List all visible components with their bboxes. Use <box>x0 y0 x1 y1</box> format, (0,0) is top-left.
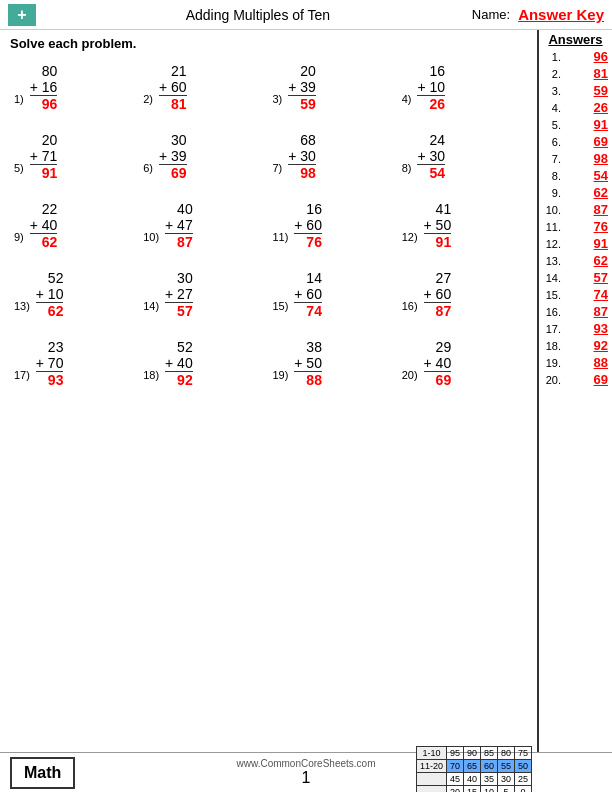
answer-list: 1. 96 2. 81 3. 59 4. 26 5. 91 6. 69 7. 9… <box>543 49 608 387</box>
score-value: 35 <box>480 773 497 786</box>
problem-numbers: 41 + 50 91 <box>424 201 452 250</box>
score-value: 75 <box>514 747 531 760</box>
answer-value: 91 <box>563 236 608 251</box>
problem-number: 7) <box>273 162 283 174</box>
problem-number: 9) <box>14 231 24 243</box>
answer-number: 1. <box>543 51 561 63</box>
addend2: + 71 <box>30 148 58 164</box>
answer-sidebar: Answers 1. 96 2. 81 3. 59 4. 26 5. 91 6.… <box>537 30 612 752</box>
problem-cell-2: 2) 21 + 60 81 <box>139 55 268 124</box>
addend2: + 60 <box>294 217 322 233</box>
sum: 69 <box>424 371 452 388</box>
problem-numbers: 38 + 50 88 <box>294 339 322 388</box>
answer-value: 87 <box>563 304 608 319</box>
math-label: Math <box>10 757 75 789</box>
answer-item: 8. 54 <box>543 168 608 183</box>
addend1: 16 <box>417 63 445 79</box>
problem-numbers: 40 + 47 87 <box>165 201 193 250</box>
answer-number: 14. <box>543 272 561 284</box>
page-title: Adding Multiples of Ten <box>44 7 472 23</box>
problem-cell-14: 14) 30 + 27 57 <box>139 262 268 331</box>
addend1: 24 <box>417 132 445 148</box>
problem-numbers: 20 + 39 59 <box>288 63 316 112</box>
problem-numbers: 24 + 30 54 <box>417 132 445 181</box>
addend2: + 40 <box>424 355 452 371</box>
sum: 91 <box>30 164 58 181</box>
answer-item: 1. 96 <box>543 49 608 64</box>
problem-cell-11: 11) 16 + 60 76 <box>269 193 398 262</box>
score-value: 20 <box>446 786 463 793</box>
problem-number: 10) <box>143 231 159 243</box>
problem-number: 11) <box>273 231 289 243</box>
addend1: 30 <box>165 270 193 286</box>
answer-number: 13. <box>543 255 561 267</box>
sum: 69 <box>159 164 187 181</box>
score-value: 10 <box>480 786 497 793</box>
score-value: 80 <box>497 747 514 760</box>
problems-area: Solve each problem. 1) 80 + 16 96 2) 21 … <box>0 30 537 752</box>
addend1: 40 <box>165 201 193 217</box>
problem-number: 15) <box>273 300 289 312</box>
problem-cell-20: 20) 29 + 40 69 <box>398 331 527 400</box>
sum: 76 <box>294 233 322 250</box>
problem-number: 6) <box>143 162 153 174</box>
addend2: + 16 <box>30 79 58 95</box>
addend2: + 39 <box>288 79 316 95</box>
problem-number: 18) <box>143 369 159 381</box>
answer-number: 4. <box>543 102 561 114</box>
footer-center: www.CommonCoreSheets.com 1 <box>237 758 376 787</box>
answers-header: Answers <box>543 32 608 47</box>
score-value: 50 <box>514 760 531 773</box>
score-value: 30 <box>497 773 514 786</box>
addend2: + 70 <box>36 355 64 371</box>
problem-numbers: 21 + 60 81 <box>159 63 187 112</box>
addend2: + 39 <box>159 148 187 164</box>
answer-number: 18. <box>543 340 561 352</box>
problem-cell-1: 1) 80 + 16 96 <box>10 55 139 124</box>
problem-number: 8) <box>402 162 412 174</box>
answer-value: 81 <box>563 66 608 81</box>
answer-value: 62 <box>563 185 608 200</box>
footer: Math www.CommonCoreSheets.com 1 1-109590… <box>0 752 612 792</box>
addend1: 16 <box>294 201 322 217</box>
score-value: 60 <box>480 760 497 773</box>
sum: 87 <box>165 233 193 250</box>
sum: 96 <box>30 95 58 112</box>
addend1: 52 <box>165 339 193 355</box>
addend2: + 40 <box>30 217 58 233</box>
addend2: + 60 <box>424 286 452 302</box>
answer-value: 59 <box>563 83 608 98</box>
problem-number: 2) <box>143 93 153 105</box>
problem-numbers: 14 + 60 74 <box>294 270 322 319</box>
answer-value: 26 <box>563 100 608 115</box>
addend1: 30 <box>159 132 187 148</box>
answer-number: 2. <box>543 68 561 80</box>
problem-cell-12: 12) 41 + 50 91 <box>398 193 527 262</box>
addend1: 27 <box>424 270 452 286</box>
score-label <box>416 786 446 793</box>
problem-cell-10: 10) 40 + 47 87 <box>139 193 268 262</box>
score-value: 90 <box>463 747 480 760</box>
score-value: 0 <box>514 786 531 793</box>
problem-number: 5) <box>14 162 24 174</box>
answer-number: 5. <box>543 119 561 131</box>
answer-item: 11. 76 <box>543 219 608 234</box>
addend2: + 30 <box>288 148 316 164</box>
problem-cell-18: 18) 52 + 40 92 <box>139 331 268 400</box>
answer-item: 20. 69 <box>543 372 608 387</box>
answer-value: 98 <box>563 151 608 166</box>
addend2: + 30 <box>417 148 445 164</box>
answer-item: 5. 91 <box>543 117 608 132</box>
addend1: 38 <box>294 339 322 355</box>
problem-number: 14) <box>143 300 159 312</box>
problem-number: 4) <box>402 93 412 105</box>
problem-cell-9: 9) 22 + 40 62 <box>10 193 139 262</box>
score-label: 1-10 <box>416 747 446 760</box>
problem-cell-3: 3) 20 + 39 59 <box>269 55 398 124</box>
problem-cell-15: 15) 14 + 60 74 <box>269 262 398 331</box>
problem-cell-16: 16) 27 + 60 87 <box>398 262 527 331</box>
footer-url: www.CommonCoreSheets.com <box>237 758 376 769</box>
answer-key-label: Answer Key <box>518 6 604 23</box>
problem-number: 3) <box>273 93 283 105</box>
answer-number: 15. <box>543 289 561 301</box>
